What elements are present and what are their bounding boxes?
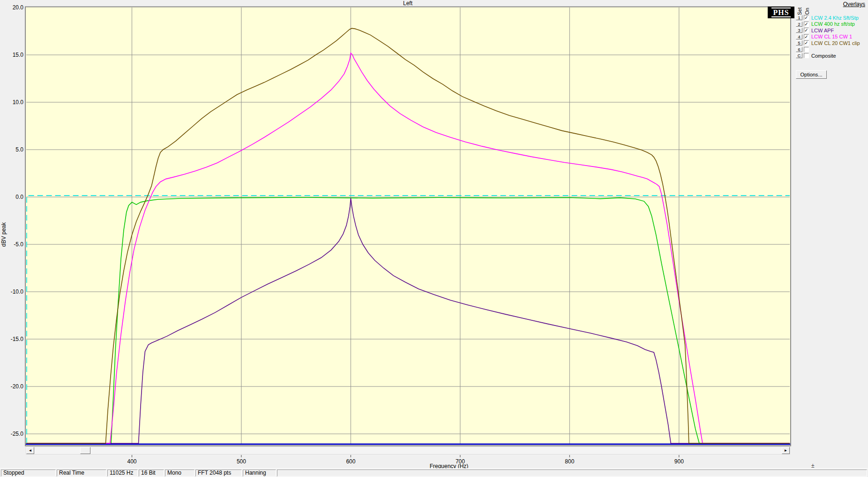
y-tick-label: -10.0	[11, 288, 24, 295]
y-tick-label: -20.0	[11, 383, 24, 390]
overlay-row-2: 2✓LCW 400 hz sft/stp	[796, 21, 860, 28]
overlay-label-2: LCW 400 hz sft/stp	[811, 21, 855, 27]
overlay-row-list: 1✓LCW 2.4 Khz Sft/Stp2✓LCW 400 hz sft/st…	[796, 15, 860, 59]
overlay-set-button-5[interactable]: 5	[796, 40, 802, 45]
overlays-panel: Overlays Set On 1✓LCW 2.4 Khz Sft/Stp2✓L…	[795, 0, 868, 89]
scrollbar-right-arrow-button[interactable]: ►	[782, 447, 790, 454]
scrollbar-left-arrow-button[interactable]: ◄	[26, 447, 34, 454]
x-tick-label: 400	[127, 458, 136, 465]
plot-background	[26, 7, 790, 446]
overlay-label-4: LCW CL 15 CW 1	[811, 34, 852, 39]
overlay-set-button-1[interactable]: 1	[796, 15, 802, 20]
y-tick-label: 10.0	[13, 99, 24, 106]
status-bar: StoppedReal Time11025 Hz16 BitMonoFFT 20…	[0, 468, 868, 477]
overlay-label-c: Composite	[811, 53, 836, 59]
overlay-set-button-3[interactable]: 3	[796, 28, 802, 33]
x-tick-label: 800	[565, 458, 574, 465]
overlay-set-button-2[interactable]: 2	[796, 22, 802, 27]
chart-title: Left	[403, 0, 413, 7]
scrollbar-thumb[interactable]	[80, 447, 90, 454]
y-tick-label: 0.0	[15, 194, 23, 200]
status-segment-mono: Mono	[165, 469, 195, 477]
overlay-set-button-4[interactable]: 4	[796, 34, 802, 39]
overlay-on-checkbox-4[interactable]: ✓	[804, 34, 809, 39]
overlay-on-checkbox-c[interactable]	[804, 53, 809, 58]
y-tick-label: -5.0	[14, 241, 23, 248]
options-button[interactable]: Options...	[796, 70, 827, 79]
spectrum-analyzer-window: 20.015.010.05.00.0-5.0-10.0-15.0-20.0-25…	[0, 0, 868, 477]
overlay-set-button-c[interactable]: C	[796, 53, 802, 58]
x-tick-label: 600	[346, 458, 355, 465]
y-tick-label: 5.0	[15, 146, 23, 153]
horizontal-scrollbar[interactable]: ◄ ►	[26, 447, 790, 454]
overlay-label-5: LCW CL 20 CW1 clip	[811, 40, 860, 46]
status-segment-11025-hz: 11025 Hz	[107, 469, 138, 477]
status-segment-real-time: Real Time	[57, 469, 106, 477]
status-segment-empty	[277, 469, 867, 477]
y-axis-title: dBV peak	[0, 222, 7, 247]
overlay-on-checkbox-6[interactable]	[804, 47, 809, 52]
phs-logo: PHS	[768, 7, 794, 18]
overlay-on-checkbox-5[interactable]: ✓	[804, 40, 809, 45]
y-tick-label: -15.0	[11, 336, 24, 342]
overlay-set-button-6[interactable]: 6	[796, 47, 802, 52]
overlay-row-1: 1✓LCW 2.4 Khz Sft/Stp	[796, 15, 860, 21]
overlay-row-3: 3✓LCW APF	[796, 27, 860, 34]
overlay-row-5: 5✓LCW CL 20 CW1 clip	[796, 40, 860, 46]
status-segment-16-bit: 16 Bit	[139, 469, 164, 477]
status-segment-fft-2048-pts: FFT 2048 pts	[195, 469, 242, 477]
y-tick-label: 20.0	[13, 4, 24, 11]
overlays-link[interactable]: Overlays	[843, 1, 865, 8]
y-tick-label: 15.0	[13, 52, 24, 58]
overlay-on-checkbox-1[interactable]: ✓	[804, 15, 809, 20]
overlay-label-1: LCW 2.4 Khz Sft/Stp	[811, 15, 859, 21]
right-arrow-icon: ►	[784, 449, 788, 453]
overlay-row-4: 4✓LCW CL 15 CW 1	[796, 34, 860, 40]
overlay-row-6: 6	[796, 46, 860, 53]
phs-logo-text: PHS	[771, 8, 790, 17]
y-tick-label: -25.0	[11, 431, 24, 437]
left-arrow-icon: ◄	[29, 449, 32, 453]
overlay-on-checkbox-2[interactable]: ✓	[804, 22, 809, 27]
x-tick-label: 900	[674, 458, 684, 465]
x-tick-label: 500	[237, 458, 246, 465]
overlay-on-checkbox-3[interactable]: ✓	[804, 28, 809, 33]
overlay-label-3: LCW APF	[811, 28, 834, 33]
status-segment-hanning: Hanning	[243, 469, 276, 477]
spectrum-plot: 20.015.010.05.00.0-5.0-10.0-15.0-20.0-25…	[0, 0, 825, 469]
status-segment-stopped: Stopped	[1, 469, 56, 477]
overlay-row-c: CComposite	[796, 53, 860, 59]
